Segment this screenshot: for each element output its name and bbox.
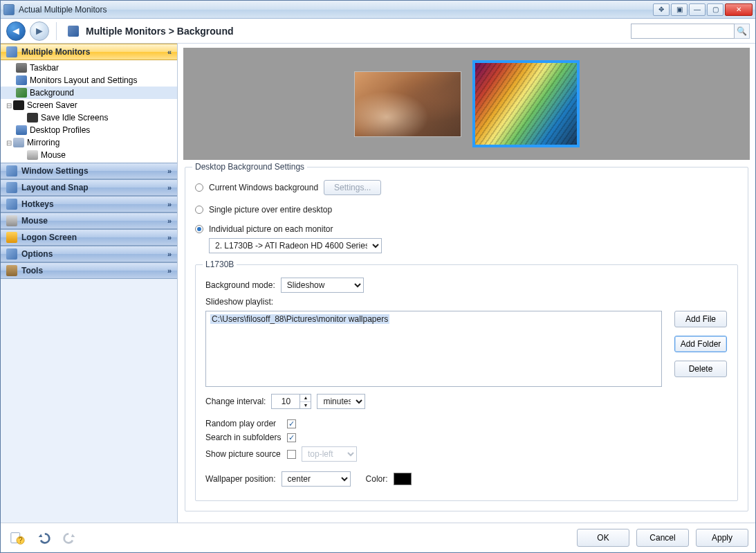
spinner-buttons[interactable]: ▲▼ <box>300 394 311 409</box>
bg-mode-label: Background mode: <box>205 280 275 290</box>
group-tools[interactable]: Tools» <box>1 262 177 279</box>
subfolders-checkbox[interactable] <box>287 433 296 442</box>
monitors-icon <box>6 46 17 57</box>
showsrc-position-select: top-left <box>302 446 357 462</box>
add-folder-button[interactable]: Add Folder <box>674 336 727 352</box>
delete-button[interactable]: Delete <box>674 361 727 377</box>
settings-button: Settings... <box>324 180 381 195</box>
mirror-icon <box>13 138 24 147</box>
group-layout-snap[interactable]: Layout and Snap» <box>1 179 177 196</box>
redo-icon[interactable] <box>60 529 80 546</box>
group-logon[interactable]: Logon Screen» <box>1 229 177 246</box>
group-window-settings[interactable]: Window Settings» <box>1 163 177 179</box>
layout-icon <box>16 75 27 85</box>
logon-icon <box>6 232 17 243</box>
back-button[interactable]: ◄ <box>6 21 26 41</box>
minimize-button[interactable]: — <box>689 3 706 16</box>
tree-item-save-idle[interactable]: Save Idle Screens <box>1 111 177 124</box>
separator <box>56 22 57 40</box>
wallpos-label: Wallpaper position: <box>205 474 276 484</box>
mouse-group-icon <box>6 215 17 226</box>
tree-item-profiles[interactable]: Desktop Profiles <box>1 124 177 136</box>
chevron-up-icon: « <box>167 48 172 56</box>
options-icon <box>6 248 17 260</box>
group-multiple-monitors[interactable]: Multiple Monitors « <box>1 44 177 60</box>
playlist-listbox[interactable]: C:\Users\filosoff_88\Pictures\monitor wa… <box>205 311 662 387</box>
breadcrumb: Multiple Monitors > Background <box>86 26 234 37</box>
hotkeys-icon <box>6 199 17 210</box>
legend: Desktop Background Settings <box>192 162 307 172</box>
chevron-down-icon: » <box>167 167 172 175</box>
group-hotkeys[interactable]: Hotkeys» <box>1 196 177 212</box>
screensaver-icon <box>13 100 24 110</box>
tree-item-mouse[interactable]: Mouse <box>1 149 177 161</box>
collapse-icon[interactable]: ⊟ <box>5 102 13 109</box>
radio-current-windows[interactable] <box>195 183 203 192</box>
search-icon[interactable]: 🔍 <box>735 24 750 39</box>
subfolders-label: Search in subfolders <box>205 433 282 442</box>
ok-button[interactable]: OK <box>577 529 629 547</box>
radio-individual[interactable] <box>195 225 203 233</box>
interval-unit-select[interactable]: minutes <box>317 394 365 409</box>
monitor-legend: L1730B <box>203 260 237 269</box>
bg-mode-select[interactable]: Slideshow <box>281 278 364 293</box>
titlebar: Actual Multiple Monitors ✥ ▣ — ▢ ✕ <box>1 1 755 19</box>
playlist-item[interactable]: C:\Users\filosoff_88\Pictures\monitor wa… <box>210 314 389 324</box>
taskbar-icon <box>16 63 27 73</box>
nav-toolbar: ◄ ► Multiple Monitors > Background 🔍 <box>1 19 755 44</box>
idle-icon <box>27 113 38 123</box>
sidebar: Multiple Monitors « Taskbar Monitors Lay… <box>1 44 178 523</box>
radio-single-picture[interactable] <box>195 206 203 214</box>
forward-button[interactable]: ► <box>30 21 49 41</box>
opt-current-label: Current Windows background <box>209 183 318 192</box>
search-box: 🔍 <box>631 24 750 39</box>
wallpos-select[interactable]: center <box>282 471 351 487</box>
tree-item-background[interactable]: Background <box>1 87 177 99</box>
background-settings-group: Desktop Background Settings Current Wind… <box>185 167 748 511</box>
opt-single-label: Single picture over entire desktop <box>209 205 332 215</box>
background-icon <box>16 88 27 98</box>
move-to-monitor-button[interactable]: ✥ <box>653 3 670 16</box>
interval-input[interactable] <box>271 394 300 409</box>
playlist-label: Slideshow playlist: <box>205 297 273 307</box>
monitor-1-preview[interactable] <box>354 71 461 137</box>
add-file-button[interactable]: Add File <box>674 311 727 327</box>
group-mouse[interactable]: Mouse» <box>1 212 177 229</box>
tree-item-taskbar[interactable]: Taskbar <box>1 62 177 74</box>
tree-item-layout[interactable]: Monitors Layout and Settings <box>1 74 177 87</box>
random-label: Random play order <box>205 419 282 428</box>
collapse-icon[interactable]: ⊟ <box>5 139 13 147</box>
apply-button[interactable]: Apply <box>696 529 748 547</box>
interval-label: Change interval: <box>205 397 266 406</box>
profiles-icon <box>16 125 27 135</box>
bottom-bar: ? OK Cancel Apply <box>1 523 755 552</box>
app-window: Actual Multiple Monitors ✥ ▣ — ▢ ✕ ◄ ► M… <box>0 0 756 553</box>
close-button[interactable]: ✕ <box>725 3 753 16</box>
app-icon <box>3 4 15 15</box>
always-on-top-button[interactable]: ▣ <box>671 3 688 16</box>
group-label: Multiple Monitors <box>21 47 90 57</box>
tools-icon <box>6 265 17 276</box>
undo-icon[interactable] <box>34 529 53 546</box>
mouse-icon <box>27 150 38 160</box>
tree-item-screensaver[interactable]: ⊟Screen Saver <box>1 99 177 111</box>
monitor-select[interactable]: 2. L1730B -> ATI Radeon HD 4600 Series <box>209 238 382 253</box>
group-options[interactable]: Options» <box>1 246 177 262</box>
chevron-down-icon: » <box>167 217 172 225</box>
random-checkbox[interactable] <box>287 419 296 428</box>
chevron-down-icon: » <box>167 183 172 192</box>
tree-item-mirroring[interactable]: ⊟Mirroring <box>1 136 177 149</box>
content-pane: Desktop Background Settings Current Wind… <box>178 44 755 523</box>
help-icon[interactable]: ? <box>8 529 27 546</box>
showsrc-checkbox[interactable] <box>287 450 296 459</box>
app-title: Actual Multiple Monitors <box>19 5 652 15</box>
color-swatch[interactable] <box>394 473 412 485</box>
cancel-button[interactable]: Cancel <box>636 529 689 547</box>
monitor-2-preview[interactable] <box>472 60 580 147</box>
color-label: Color: <box>366 474 388 484</box>
maximize-button[interactable]: ▢ <box>707 3 723 16</box>
svg-text:?: ? <box>19 536 23 544</box>
search-input[interactable] <box>631 24 735 39</box>
chevron-down-icon: » <box>167 233 172 242</box>
breadcrumb-icon <box>68 26 79 37</box>
